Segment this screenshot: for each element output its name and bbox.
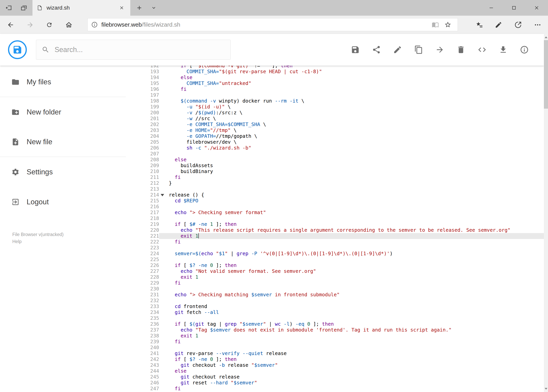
code-line-237[interactable]: 237 echo "Tag $semver does not exist in … bbox=[126, 327, 544, 333]
search-box[interactable] bbox=[36, 40, 231, 60]
code-line-223[interactable]: 223 bbox=[126, 245, 544, 251]
download-button[interactable] bbox=[493, 34, 514, 66]
share-button[interactable] bbox=[366, 34, 387, 66]
code-line-221[interactable]: 221 exit 1 bbox=[126, 233, 544, 239]
code-line-232[interactable]: 232 bbox=[126, 298, 544, 304]
scroll-up-button[interactable] bbox=[544, 34, 548, 41]
home-button[interactable] bbox=[61, 16, 77, 34]
code-line-240[interactable]: 240 bbox=[126, 345, 544, 350]
code-view-button[interactable] bbox=[472, 34, 493, 66]
code-line-213[interactable]: 213 bbox=[126, 186, 544, 192]
code-line-192[interactable]: 192 if [ "$(command -v git)" != "" ]; th… bbox=[126, 66, 544, 69]
tab-close-button[interactable] bbox=[117, 4, 126, 12]
code-line-226[interactable]: 226 if [ $? -ne 0 ]; then bbox=[126, 262, 544, 268]
back-button[interactable] bbox=[3, 16, 18, 34]
code-line-235[interactable]: 235 bbox=[126, 315, 544, 321]
code-line-239[interactable]: 239 fi bbox=[126, 339, 544, 345]
code-line-207[interactable]: 207 bbox=[126, 151, 544, 157]
code-line-247[interactable]: 247 fi bbox=[126, 386, 544, 392]
code-line-220[interactable]: 220 echo "This release script requires a… bbox=[126, 227, 544, 233]
code-line-206[interactable]: 206 sh -c "./wizard.sh -b" bbox=[126, 145, 544, 151]
close-window-button[interactable] bbox=[525, 0, 548, 16]
maximize-button[interactable] bbox=[503, 0, 525, 16]
code-line-245[interactable]: 245 git checkout release bbox=[126, 374, 544, 380]
refresh-button[interactable] bbox=[42, 16, 57, 34]
code-line-224[interactable]: 224 semver=$(echo "$1" | grep -P '^v(0|[… bbox=[126, 251, 544, 257]
help-link[interactable]: Help bbox=[12, 239, 21, 244]
code-line-218[interactable]: 218 bbox=[126, 216, 544, 221]
code-line-209[interactable]: 209 buildAssets bbox=[126, 163, 544, 168]
add-favorite-button[interactable] bbox=[442, 18, 454, 31]
app-logo[interactable] bbox=[8, 40, 27, 59]
code-line-214[interactable]: 214release () { bbox=[126, 192, 544, 198]
move-button[interactable] bbox=[429, 34, 450, 66]
code-line-225[interactable]: 225 bbox=[126, 257, 544, 262]
address-bar[interactable]: filebrowser.web/files/wizard.sh bbox=[87, 18, 458, 31]
sidebar-item-logout[interactable]: Logout bbox=[0, 187, 126, 217]
code-line-233[interactable]: 233 cd frontend bbox=[126, 304, 544, 309]
code-line-230[interactable]: 230 bbox=[126, 286, 544, 292]
hub-favorites-button[interactable] bbox=[472, 16, 486, 34]
code-line-234[interactable]: 234 git fetch --all bbox=[126, 309, 544, 315]
code-line-200[interactable]: 200 -v /$(pwd):/src:z \ bbox=[126, 110, 544, 116]
code-line-204[interactable]: 204 -e GOPATH=//tmp/gopath \ bbox=[126, 133, 544, 139]
tab-list-button[interactable] bbox=[147, 0, 160, 16]
code-line-222[interactable]: 222 fi bbox=[126, 239, 544, 245]
info-button[interactable] bbox=[514, 34, 535, 66]
code-line-212[interactable]: 212} bbox=[126, 180, 544, 186]
code-line-243[interactable]: 243 git checkout -b release "$semver" bbox=[126, 362, 544, 368]
search-input[interactable] bbox=[55, 46, 225, 54]
fold-arrow-icon[interactable] bbox=[161, 194, 164, 196]
code-line-203[interactable]: 203 -e HOME="//tmp" \ bbox=[126, 127, 544, 133]
code-editor[interactable]: 192 if [ "$(command -v git)" != "" ]; th… bbox=[126, 66, 544, 392]
tabs-preview-button[interactable] bbox=[16, 0, 31, 16]
code-line-231[interactable]: 231 echo "> Checking matching $semver in… bbox=[126, 292, 544, 298]
new-tab-button[interactable] bbox=[132, 0, 146, 16]
web-note-button[interactable] bbox=[492, 16, 506, 34]
code-line-216[interactable]: 216 bbox=[126, 204, 544, 210]
code-line-227[interactable]: 227 echo "Not valid semver format. See s… bbox=[126, 268, 544, 274]
code-line-197[interactable]: 197 bbox=[126, 92, 544, 98]
code-line-229[interactable]: 229 fi bbox=[126, 280, 544, 286]
browser-tab[interactable]: wizard.sh bbox=[33, 0, 130, 16]
scrollbar-thumb[interactable] bbox=[544, 40, 548, 109]
code-line-205[interactable]: 205 filebrowser/dev \ bbox=[126, 139, 544, 145]
sidebar-item-my-files[interactable]: My files bbox=[0, 67, 126, 97]
page-scrollbar[interactable] bbox=[544, 34, 548, 392]
minimize-button[interactable] bbox=[480, 0, 503, 16]
code-line-210[interactable]: 210 buildBinary bbox=[126, 168, 544, 174]
code-line-208[interactable]: 208 else bbox=[126, 157, 544, 163]
code-line-198[interactable]: 198 $(command -v winpty) docker run --rm… bbox=[126, 98, 544, 104]
code-line-246[interactable]: 246 git reset --hard "$semver" bbox=[126, 380, 544, 386]
sidebar-item-new-folder[interactable]: New folder bbox=[0, 97, 126, 127]
code-line-211[interactable]: 211 fi bbox=[126, 174, 544, 180]
save-button[interactable] bbox=[345, 34, 366, 66]
code-line-236[interactable]: 236 if [ $(git tag | grep "$semver" | wc… bbox=[126, 321, 544, 327]
copy-button[interactable] bbox=[408, 34, 429, 66]
more-menu-button[interactable] bbox=[531, 16, 545, 34]
scroll-down-button[interactable] bbox=[544, 385, 548, 392]
share-page-button[interactable] bbox=[511, 16, 525, 34]
code-line-202[interactable]: 202 -e COMMIT_SHA=$COMMIT_SHA \ bbox=[126, 121, 544, 127]
sidebar-item-new-file[interactable]: New file bbox=[0, 127, 126, 157]
code-line-201[interactable]: 201 -w //src \ bbox=[126, 116, 544, 121]
reading-view-button[interactable] bbox=[429, 18, 442, 31]
code-line-199[interactable]: 199 -u "$(id -u)" \ bbox=[126, 104, 544, 110]
code-line-193[interactable]: 193 COMMIT_SHA="$(git rev-parse HEAD | c… bbox=[126, 69, 544, 75]
code-line-228[interactable]: 228 exit 1 bbox=[126, 274, 544, 280]
forward-button[interactable] bbox=[22, 16, 38, 34]
code-line-242[interactable]: 242 if [ $? -ne 0 ]; then bbox=[126, 356, 544, 362]
code-line-238[interactable]: 238 exit 1 bbox=[126, 333, 544, 339]
code-line-241[interactable]: 241 git rev-parse --verify --quiet relea… bbox=[126, 350, 544, 356]
code-line-219[interactable]: 219 if [ $# -ne 1 ]; then bbox=[126, 221, 544, 227]
rename-button[interactable] bbox=[387, 34, 408, 66]
code-line-194[interactable]: 194 else bbox=[126, 75, 544, 80]
code-line-244[interactable]: 244 else bbox=[126, 368, 544, 374]
site-info-icon[interactable] bbox=[91, 21, 98, 28]
set-tabs-aside-button[interactable] bbox=[1, 0, 16, 16]
code-line-196[interactable]: 196 fi bbox=[126, 86, 544, 92]
code-line-217[interactable]: 217 echo "> Checking semver format" bbox=[126, 210, 544, 216]
code-line-215[interactable]: 215 cd $REPO bbox=[126, 198, 544, 204]
code-line-195[interactable]: 195 COMMIT_SHA="untracked" bbox=[126, 80, 544, 86]
sidebar-item-settings[interactable]: Settings bbox=[0, 157, 126, 187]
